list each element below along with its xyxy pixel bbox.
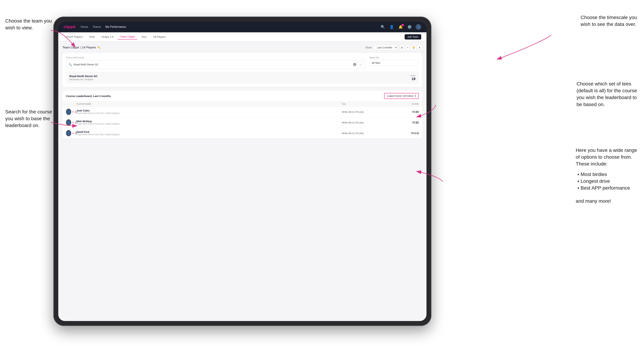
score-cell: 72 (E): [391, 110, 419, 113]
nav-bar: clippd Home Teams My Performance 🔍 👤 🔔 1…: [58, 21, 426, 32]
player-name: Blair McHarg: [76, 120, 120, 123]
tablet-frame: clippd Home Teams My Performance 🔍 👤 🔔 1…: [54, 16, 432, 326]
annotation-top-left: Choose the team youwish to view.: [5, 17, 52, 31]
team-header: Team Clippd | 14 Players ✏️ Show: Last 3…: [62, 45, 422, 50]
nav-my-performance[interactable]: My Performance: [106, 25, 126, 28]
chevron-down-icon: ▾: [415, 95, 416, 97]
player-cell: Josh Coles Royal North Devon Golf Club, …: [76, 109, 342, 114]
subnav-team-clippd[interactable]: Team Clippd: [118, 34, 138, 39]
tee-cell: White (M) (6,744 yds): [342, 132, 391, 135]
annotation-top-right: Choose the timescale youwish to see the …: [581, 14, 637, 28]
subnav-tour[interactable]: Tour: [138, 34, 149, 39]
notification-nav-button[interactable]: 🔔 1: [398, 24, 404, 30]
clear-search-button[interactable]: ✕: [353, 63, 356, 66]
heart-icon: ♥: [72, 121, 74, 124]
list-view-button[interactable]: ≡: [405, 45, 410, 50]
subnav-pgat[interactable]: PGAT Players: [64, 34, 86, 39]
and-more-text: and many more!: [576, 198, 637, 204]
tee-cell: White (M) (6,744 yds): [342, 111, 391, 113]
tee-select-dropdown[interactable]: All Tees: [370, 60, 418, 66]
score-cell: 72 (E): [391, 121, 419, 124]
select-tee-label: Select Tee: [370, 56, 418, 59]
player-cell: David Ford Royal North Devon Golf Club, …: [76, 131, 342, 136]
search-row: Find a Golf Course 🔍 ✕ ☆ Select Tee All …: [66, 56, 418, 69]
grid-view-button[interactable]: ⊞: [399, 45, 404, 50]
leaderboard-section: Course Leaderboard, Last 3 months Lowest…: [62, 91, 422, 139]
tee-select-group: Select Tee All Tees: [370, 56, 418, 66]
table-row[interactable]: 👤 ♥ 3 David Ford Royal North Devon Golf …: [62, 128, 422, 139]
nav-icons: 🔍 👤 🔔 1 ⚙️ 👤: [380, 24, 421, 30]
score-type-label: Lowest Score (18 holes): [387, 95, 413, 97]
time-period-dropdown[interactable]: Last 3 months: [374, 45, 398, 50]
holes-badge: Holes 18: [410, 74, 416, 81]
search-section: Find a Golf Course 🔍 ✕ ☆ Select Tee All …: [62, 53, 422, 87]
rank-number: 1: [75, 121, 76, 124]
avatar: 👤: [66, 130, 71, 136]
annotation-right-options: Here you have a wide rangeof options to …: [576, 147, 637, 204]
col-score: SCORE: [391, 103, 419, 105]
leaderboard-header: Course Leaderboard, Last 3 months Lowest…: [62, 91, 422, 102]
tablet-screen: clippd Home Teams My Performance 🔍 👤 🔔 1…: [58, 21, 426, 321]
download-button[interactable]: ⬇: [417, 45, 422, 50]
subnav-all-players[interactable]: All Players: [150, 34, 168, 39]
add-team-button[interactable]: Add Team: [404, 34, 421, 39]
course-location: Westward Ho!, England: [69, 78, 98, 81]
player-count: | 14 Players: [80, 46, 96, 49]
score-type-dropdown[interactable]: Lowest Score (18 holes) ▾: [384, 93, 419, 99]
table-row[interactable]: 👤 ♥ 1 Josh Coles Royal North Devon Golf …: [62, 107, 422, 117]
find-course-label: Find a Golf Course: [66, 56, 366, 59]
avatar-button[interactable]: 👤: [416, 24, 421, 30]
holes-number: 18: [412, 77, 416, 81]
table-row[interactable]: 👤 ♥ 1 Blair McHarg Royal North Devon Gol…: [62, 117, 422, 128]
heart-icon: ♥: [72, 132, 74, 135]
course-search-input[interactable]: [74, 63, 352, 66]
search-nav-button[interactable]: 🔍: [380, 24, 386, 30]
player-club: Royal North Devon Golf Club, United King…: [76, 112, 120, 114]
settings-nav-button[interactable]: ⚙️: [407, 24, 412, 30]
heart-icon: ♥: [72, 111, 74, 113]
list-item: Most birdies: [578, 171, 637, 178]
avatar: 👤: [66, 109, 71, 115]
nav-teams[interactable]: Teams: [92, 25, 101, 28]
show-section: Show: Last 3 months ⊞ ≡ 🏆 ⬇: [366, 45, 422, 50]
nav-logo: clippd: [64, 25, 76, 29]
trophy-view-button[interactable]: 🏆: [411, 45, 416, 50]
course-name: Royal North Devon GC: [69, 75, 98, 78]
course-info: Royal North Devon GC Westward Ho!, Engla…: [69, 75, 98, 81]
view-icons: ⊞ ≡ 🏆 ⬇: [399, 45, 422, 50]
list-item: Longest drive: [578, 178, 637, 184]
course-result[interactable]: Royal North Devon GC Westward Ho!, Engla…: [66, 72, 418, 84]
player-details: David Ford Royal North Devon Golf Club, …: [76, 131, 120, 136]
leaderboard-title: Course Leaderboard, Last 3 months: [66, 95, 111, 98]
holes-label: Holes: [410, 74, 416, 77]
nav-home[interactable]: Home: [81, 25, 88, 28]
subnav-hcaps[interactable]: Hcaps 1-5: [99, 34, 116, 39]
tee-cell: White (M) (6,744 yds): [342, 121, 391, 124]
player-name: Josh Coles: [76, 109, 120, 112]
list-item: Best APP performance: [578, 184, 637, 191]
notification-badge: 1: [402, 24, 404, 26]
rank-number: 3: [75, 132, 76, 135]
leaderboard-table-header: PLAYER NAME TEE SCORE: [62, 102, 422, 107]
player-details: Blair McHarg Royal North Devon Golf Club…: [76, 120, 120, 125]
player-details: Josh Coles Royal North Devon Golf Club, …: [76, 109, 120, 114]
rank-cell: 👤 ♥ 3: [66, 130, 76, 136]
rank-cell: 👤 ♥ 1: [66, 119, 76, 126]
search-icon: 🔍: [68, 63, 72, 66]
player-name: David Ford: [76, 131, 120, 133]
col-rank: [66, 103, 76, 105]
player-cell: Blair McHarg Royal North Devon Golf Club…: [76, 120, 342, 125]
rank-cell: 👤 ♥ 1: [66, 109, 76, 115]
sub-nav: PGAT Players PGA Hcaps 1-5 Team Clippd T…: [58, 32, 426, 41]
edit-team-icon[interactable]: ✏️: [98, 46, 101, 49]
favorite-button[interactable]: ☆: [358, 61, 364, 67]
show-label: Show:: [366, 46, 372, 49]
avatar: 👤: [66, 119, 71, 126]
course-search-wrapper: 🔍 ✕ ☆: [66, 60, 366, 69]
team-name: Team Clippd: [62, 46, 79, 49]
team-title: Team Clippd | 14 Players ✏️: [62, 46, 101, 49]
col-tee: TEE: [342, 103, 391, 105]
user-nav-button[interactable]: 👤: [389, 24, 394, 30]
subnav-pga[interactable]: PGA: [86, 34, 98, 39]
annotation-right-tees: Choose which set of tees(default is all)…: [576, 80, 637, 108]
